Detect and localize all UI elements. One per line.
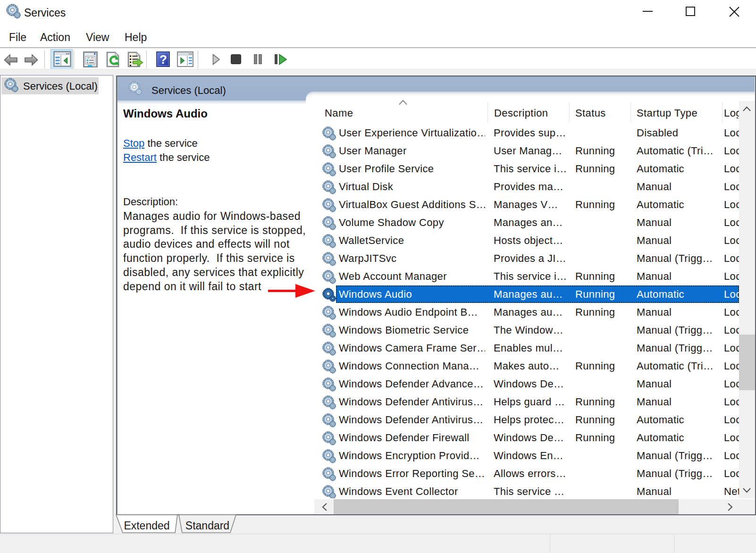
svg-text:?: ? bbox=[160, 52, 167, 67]
